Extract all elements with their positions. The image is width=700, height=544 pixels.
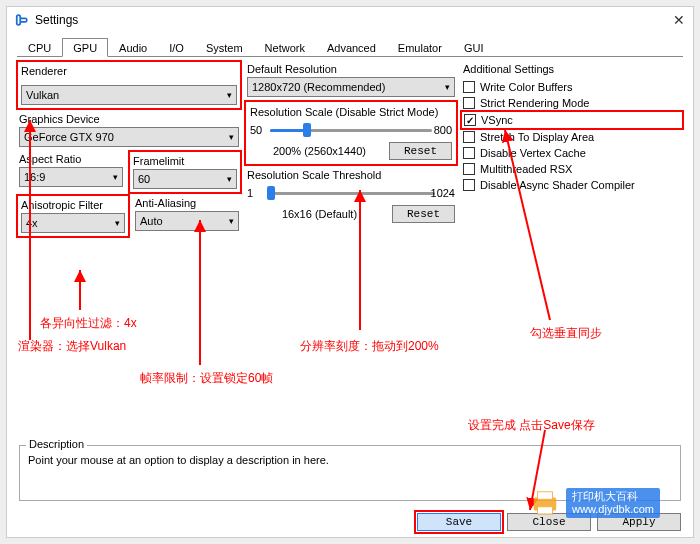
res-thresh-reset-button[interactable]: Reset	[392, 205, 455, 223]
checkbox-icon	[463, 131, 475, 143]
chevron-down-icon: ▾	[227, 90, 232, 100]
description-text: Point your mouse at an option to display…	[28, 454, 329, 466]
tab-system[interactable]: System	[195, 38, 254, 57]
cb-multithreaded-rsx[interactable]: Multithreaded RSX	[463, 163, 681, 175]
watermark-text: 打印机大百科www.djydbk.com	[566, 488, 660, 518]
checkbox-icon	[464, 114, 476, 126]
chevron-down-icon: ▾	[445, 82, 450, 92]
graphics-device-group: Graphics Device GeForce GTX 970▾	[19, 113, 239, 147]
aspect-ratio-group: Aspect Ratio 16:9▾	[19, 153, 123, 191]
app-logo-icon	[15, 13, 29, 27]
res-thresh-value: 16x16 (Default)	[247, 208, 392, 220]
graphics-device-select[interactable]: GeForce GTX 970▾	[19, 127, 239, 147]
watermark: 打印机大百科www.djydbk.com	[530, 488, 660, 518]
aniso-label: Anisotropic Filter	[21, 199, 125, 211]
cb-vsync[interactable]: VSync	[463, 113, 681, 127]
tab-cpu[interactable]: CPU	[17, 38, 62, 57]
framelimit-select[interactable]: 60▾	[133, 169, 237, 189]
tab-gui[interactable]: GUI	[453, 38, 495, 57]
svg-rect-7	[538, 492, 553, 500]
checkbox-icon	[463, 97, 475, 109]
cb-strict-rendering[interactable]: Strict Rendering Mode	[463, 97, 681, 109]
save-button[interactable]: Save	[417, 513, 501, 531]
chevron-down-icon: ▾	[227, 174, 232, 184]
renderer-select[interactable]: Vulkan▾	[21, 85, 237, 105]
aa-group: Anti-Aliasing Auto▾	[135, 197, 239, 235]
checkbox-icon	[463, 179, 475, 191]
cb-write-color-buffers[interactable]: Write Color Buffers	[463, 81, 681, 93]
tab-emulator[interactable]: Emulator	[387, 38, 453, 57]
tab-advanced[interactable]: Advanced	[316, 38, 387, 57]
checkbox-icon	[463, 163, 475, 175]
checkbox-icon	[463, 147, 475, 159]
anno-save: 设置完成 点击Save保存	[468, 417, 595, 434]
chevron-down-icon: ▾	[115, 218, 120, 228]
anno-resscale: 分辨率刻度：拖动到200%	[300, 338, 439, 355]
default-res-group: Default Resolution 1280x720 (Recommended…	[247, 63, 455, 97]
framelimit-group: Framelimit 60▾	[131, 153, 239, 191]
res-scale-slider[interactable]: 50 800	[250, 120, 452, 140]
additional-label: Additional Settings	[463, 63, 681, 75]
cb-disable-async-shader[interactable]: Disable Async Shader Compiler	[463, 179, 681, 191]
tab-audio[interactable]: Audio	[108, 38, 158, 57]
anno-framelimit: 帧率限制：设置锁定60帧	[140, 370, 273, 387]
aspect-ratio-label: Aspect Ratio	[19, 153, 123, 165]
close-icon[interactable]: ✕	[673, 12, 685, 28]
res-scale-group: Resolution Scale (Disable Strict Mode) 5…	[247, 103, 455, 163]
default-res-select[interactable]: 1280x720 (Recommended)▾	[247, 77, 455, 97]
renderer-label: Renderer	[21, 65, 237, 77]
chevron-down-icon: ▾	[229, 216, 234, 226]
res-scale-reset-button[interactable]: Reset	[389, 142, 452, 160]
renderer-group: Renderer Vulkan▾	[19, 63, 239, 107]
aspect-ratio-select[interactable]: 16:9▾	[19, 167, 123, 187]
svg-rect-8	[538, 507, 553, 515]
framelimit-label: Framelimit	[133, 155, 237, 167]
res-thresh-label: Resolution Scale Threshold	[247, 169, 455, 181]
res-thresh-slider[interactable]: 1 1024	[247, 183, 455, 203]
description-label: Description	[26, 438, 87, 450]
tab-io[interactable]: I/O	[158, 38, 195, 57]
printer-icon	[530, 488, 560, 518]
checkbox-icon	[463, 81, 475, 93]
res-thresh-group: Resolution Scale Threshold 1 1024 16x16 …	[247, 169, 455, 223]
anno-renderer: 渲染器：选择Vulkan	[18, 338, 126, 355]
aniso-select[interactable]: 4x▾	[21, 213, 125, 233]
cb-disable-vertex-cache[interactable]: Disable Vertex Cache	[463, 147, 681, 159]
titlebar: Settings ✕	[7, 7, 693, 33]
chevron-down-icon: ▾	[229, 132, 234, 142]
default-res-label: Default Resolution	[247, 63, 455, 75]
tab-content: Renderer Vulkan▾ Graphics Device GeForce…	[17, 57, 683, 477]
window-title: Settings	[35, 13, 78, 27]
chevron-down-icon: ▾	[113, 172, 118, 182]
tab-gpu[interactable]: GPU	[62, 38, 108, 57]
tab-bar: CPU GPU Audio I/O System Network Advance…	[17, 37, 683, 57]
anno-vsync: 勾选垂直同步	[530, 325, 602, 342]
anno-aniso: 各异向性过滤：4x	[40, 315, 137, 332]
aniso-group: Anisotropic Filter 4x▾	[19, 197, 127, 235]
graphics-device-label: Graphics Device	[19, 113, 239, 125]
aa-label: Anti-Aliasing	[135, 197, 239, 209]
settings-window: Settings ✕ CPU GPU Audio I/O System Netw…	[6, 6, 694, 538]
aa-select[interactable]: Auto▾	[135, 211, 239, 231]
res-scale-value: 200% (2560x1440)	[250, 145, 389, 157]
tab-network[interactable]: Network	[254, 38, 316, 57]
cb-stretch[interactable]: Stretch To Display Area	[463, 131, 681, 143]
res-scale-label: Resolution Scale (Disable Strict Mode)	[250, 106, 452, 118]
